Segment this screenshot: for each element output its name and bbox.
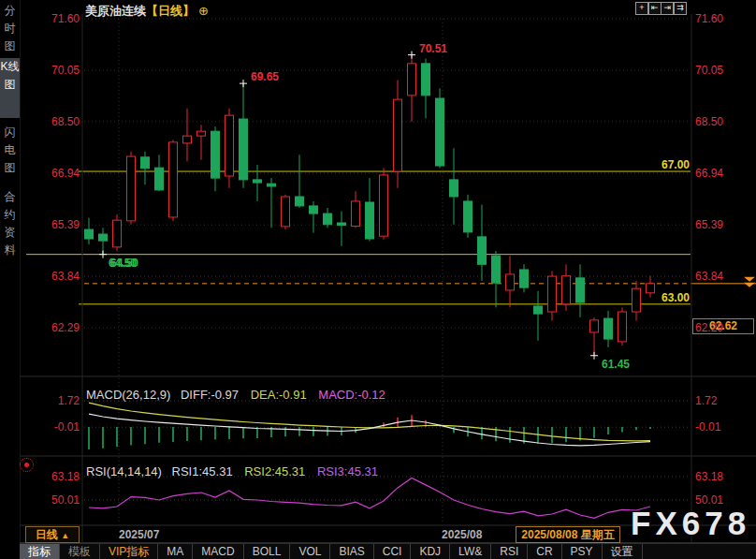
y-axis-label-left: 71.60: [26, 12, 80, 25]
y-axis-label-right: 70.05: [695, 64, 723, 77]
level-line-label: 67.00: [624, 158, 690, 171]
chart-title: 美原油连续【日线】⊕: [85, 3, 209, 20]
rsi2-value: RSI2:45.31: [244, 464, 305, 478]
y-axis-label-right: 71.60: [695, 12, 723, 25]
sidebar-tab-1[interactable]: 分时图: [0, 2, 20, 56]
y-axis-label-right: 63.84: [695, 270, 723, 283]
y-axis-label-left: 68.50: [26, 115, 80, 128]
rsi-axis-label-right: 63.18: [695, 470, 723, 483]
rsi-axis-label-left: 50.01: [26, 493, 80, 507]
toolbar-item-1[interactable]: 指标: [20, 544, 60, 559]
rsi-axis-label-left: 63.18: [26, 470, 80, 483]
macd-axis-label-left: 1.72: [26, 394, 80, 407]
y-axis-label-left: 66.94: [26, 167, 80, 180]
macd-title: MACD(26,12,9): [86, 388, 170, 402]
period-selector[interactable]: 日线 ▲: [25, 526, 80, 543]
sidebar: 分时图K线图闪电图合约资料: [0, 0, 20, 559]
app-window: 分时图K线图闪电图合约资料 美原油连续【日线】⊕ +⇤⇥⇉ MACD(26,12…: [0, 0, 756, 559]
macd-axis-label-right: 1.72: [695, 394, 717, 407]
toolbar-item-14[interactable]: PSY: [562, 544, 603, 559]
y-axis-label-right: 66.94: [695, 167, 723, 180]
x-axis-label: 2025/07: [119, 528, 159, 541]
toolbar-item-15[interactable]: 设置: [603, 544, 643, 559]
macd-diff-value: DIFF:-0.97: [181, 388, 239, 402]
rsi1-value: RSI1:45.31: [172, 464, 233, 478]
level-line-label: 63.00: [624, 291, 690, 304]
price-annotation: 69.65: [251, 70, 279, 83]
y-axis-label-right: 68.50: [695, 115, 723, 128]
toolbar-item-12[interactable]: RSI: [491, 544, 528, 559]
toolbar-item-3[interactable]: VIP指标: [100, 544, 158, 559]
x-axis-label: 2025/08: [442, 528, 482, 541]
price-annotation: 70.51: [419, 42, 447, 55]
toolbar-item-10[interactable]: KDJ: [411, 544, 450, 559]
y-axis-label-left: 65.39: [26, 218, 80, 231]
y-axis-label-left: 63.84: [26, 270, 80, 283]
period-label: 日线: [36, 528, 58, 541]
toolbar-item-13[interactable]: CR: [528, 544, 561, 559]
sidebar-tab-3[interactable]: 闪电图: [0, 124, 20, 182]
y-axis-label-right: 65.39: [695, 218, 723, 231]
macd-dea-value: DEA:-0.91: [251, 388, 307, 402]
zoom-in-icon[interactable]: ⇤: [648, 2, 662, 15]
indicator-toolbar: 指标模板VIP指标MAMACDBOLLVOLBIASCCIKDJLW&RSICR…: [20, 544, 756, 559]
toolbar-item-5[interactable]: MACD: [193, 544, 243, 559]
y-axis-label-right: 62.29: [695, 321, 723, 334]
y-axis-label-left: 62.29: [26, 321, 80, 334]
level-line-label: 64.50: [109, 257, 137, 270]
toolbar-item-4[interactable]: MA: [158, 544, 193, 559]
price-annotation: 61.45: [602, 358, 630, 371]
y-axis-label-left: 70.05: [26, 64, 80, 77]
toolbar-item-8[interactable]: BIAS: [330, 544, 373, 559]
macd-axis-label-left: -0.01: [26, 420, 80, 434]
toolbar-item-6[interactable]: BOLL: [244, 544, 291, 559]
crosshair-icon[interactable]: +: [635, 2, 648, 15]
rsi-title: RSI(14,14,14): [86, 464, 162, 478]
pan-right-icon[interactable]: ⇉: [674, 2, 687, 15]
add-indicator-icon[interactable]: ⊕: [198, 4, 209, 18]
toolbar-item-2[interactable]: 模板: [60, 544, 100, 559]
toolbar-item-7[interactable]: VOL: [290, 544, 330, 559]
symbol-name: 美原油连续: [85, 4, 146, 18]
macd-value: MACD:-0.12: [318, 388, 385, 402]
watermark-logo: FX678: [631, 505, 750, 542]
rsi3-value: RSI3:45.31: [317, 464, 378, 478]
sidebar-tab-2[interactable]: K线图: [0, 58, 20, 118]
period-arrow-icon: ▲: [61, 531, 69, 540]
macd-header: MACD(26,12,9) DIFF:-0.97 DEA:-0.91 MACD:…: [86, 388, 385, 402]
sidebar-tab-4[interactable]: 合约资料: [0, 188, 20, 265]
rsi-axis-label-right: 50.01: [695, 493, 723, 507]
period-tag: 【日线】: [146, 4, 195, 18]
rsi-header: RSI(14,14,14) RSI1:45.31 RSI2:45.31 RSI3…: [86, 464, 378, 478]
toolbar-item-11[interactable]: LW&: [450, 544, 491, 559]
cursor-date-label: 2025/08/08 星期五: [516, 526, 620, 543]
toolbar-item-9[interactable]: CCI: [374, 544, 412, 559]
macd-axis-label-right: -0.01: [695, 420, 720, 434]
zoom-out-icon[interactable]: ⇥: [661, 2, 674, 15]
